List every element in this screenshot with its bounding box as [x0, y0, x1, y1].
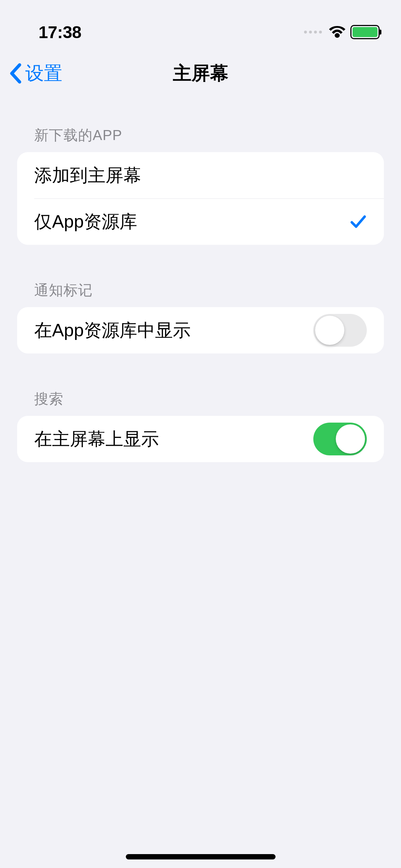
checkmark-icon: [350, 213, 367, 230]
cellular-dots-icon: [304, 31, 322, 33]
toggle-show-in-app-library[interactable]: [313, 314, 367, 347]
back-button[interactable]: 设置: [9, 61, 62, 86]
toggle-show-on-home[interactable]: [313, 423, 367, 455]
section-new-apps: 新下载的APP 添加到主屏幕 仅App资源库: [0, 125, 401, 245]
home-indicator[interactable]: [126, 854, 276, 859]
section-header: 搜索: [0, 389, 401, 416]
option-add-to-home[interactable]: 添加到主屏幕: [17, 152, 384, 198]
section-search: 搜索 在主屏幕上显示: [0, 389, 401, 462]
row-label: 在主屏幕上显示: [34, 427, 159, 451]
section-header: 新下载的APP: [0, 125, 401, 152]
back-label: 设置: [25, 61, 62, 86]
chevron-left-icon: [9, 63, 22, 84]
status-time: 17:38: [38, 22, 81, 42]
row-label: 仅App资源库: [34, 210, 137, 234]
row-show-on-home: 在主屏幕上显示: [17, 416, 384, 462]
status-bar: 17:38: [0, 0, 401, 50]
row-label: 在App资源库中显示: [34, 319, 191, 342]
row-label: 添加到主屏幕: [34, 164, 141, 187]
wifi-icon: [329, 26, 345, 38]
section-notification-badges: 通知标记 在App资源库中显示: [0, 280, 401, 353]
navigation-bar: 设置 主屏幕: [0, 50, 401, 97]
list: 在App资源库中显示: [17, 307, 384, 353]
status-indicators: [304, 25, 380, 39]
row-show-in-app-library: 在App资源库中显示: [17, 307, 384, 353]
page-title: 主屏幕: [173, 61, 228, 86]
list: 在主屏幕上显示: [17, 416, 384, 462]
list: 添加到主屏幕 仅App资源库: [17, 152, 384, 245]
battery-icon: [350, 25, 380, 39]
option-app-library-only[interactable]: 仅App资源库: [17, 198, 384, 245]
section-header: 通知标记: [0, 280, 401, 307]
